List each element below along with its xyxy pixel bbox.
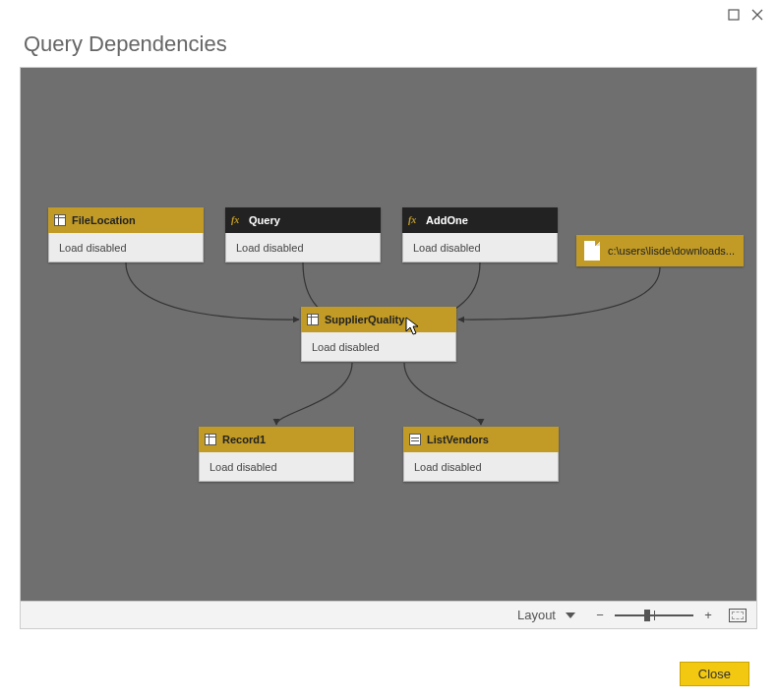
node-status: Load disabled xyxy=(402,233,558,262)
table-icon xyxy=(307,314,319,325)
node-query[interactable]: fx Query Load disabled xyxy=(225,207,381,262)
node-filelocation[interactable]: FileLocation Load disabled xyxy=(48,207,204,262)
zoom-slider[interactable] xyxy=(615,608,693,623)
node-addone[interactable]: fx AddOne Load disabled xyxy=(402,207,558,262)
list-icon xyxy=(409,434,421,445)
node-header: Record1 xyxy=(199,427,354,452)
node-title: AddOne xyxy=(426,214,468,226)
node-status: Load disabled xyxy=(301,332,456,362)
node-header: fx AddOne xyxy=(402,207,558,233)
node-header: SupplierQuality xyxy=(301,307,456,332)
node-file-source[interactable]: c:\users\lisde\downloads... xyxy=(576,235,744,266)
fx-icon: fx xyxy=(231,214,243,226)
node-supplierquality[interactable]: SupplierQuality Load disabled xyxy=(301,307,456,362)
close-button[interactable]: Close xyxy=(680,662,749,686)
dependency-canvas[interactable]: FileLocation Load disabled fx Query Load… xyxy=(21,68,756,601)
maximize-button[interactable] xyxy=(722,3,746,27)
node-status: Load disabled xyxy=(199,452,354,482)
layout-label: Layout xyxy=(517,608,556,622)
node-header: FileLocation xyxy=(48,207,204,233)
node-title: ListVendors xyxy=(427,434,489,445)
node-status: Load disabled xyxy=(225,233,381,262)
table-icon xyxy=(54,214,66,226)
fx-icon: fx xyxy=(408,214,420,226)
node-title: Record1 xyxy=(222,434,266,445)
node-status: Load disabled xyxy=(48,233,204,262)
close-window-button[interactable] xyxy=(746,3,769,27)
dialog-title: Query Dependencies xyxy=(0,29,777,67)
table-icon xyxy=(205,434,216,445)
zoom-in-button[interactable]: + xyxy=(701,608,715,622)
node-header: ListVendors xyxy=(403,427,559,452)
fit-to-screen-button[interactable] xyxy=(729,609,747,622)
layout-dropdown-icon[interactable] xyxy=(566,612,575,618)
node-listvendors[interactable]: ListVendors Load disabled xyxy=(403,427,559,482)
node-title: SupplierQuality xyxy=(325,314,404,325)
node-status: Load disabled xyxy=(403,452,559,482)
file-icon xyxy=(584,241,600,261)
node-title: FileLocation xyxy=(72,214,136,226)
canvas-wrap: FileLocation Load disabled fx Query Load… xyxy=(20,67,757,629)
node-header: fx Query xyxy=(225,207,381,233)
zoom-out-button[interactable]: − xyxy=(593,608,607,622)
statusbar: Layout − + xyxy=(21,601,756,628)
node-title: Query xyxy=(249,214,280,226)
svg-rect-0 xyxy=(729,10,739,20)
file-path: c:\users\lisde\downloads... xyxy=(608,245,735,257)
node-record1[interactable]: Record1 Load disabled xyxy=(199,427,354,482)
